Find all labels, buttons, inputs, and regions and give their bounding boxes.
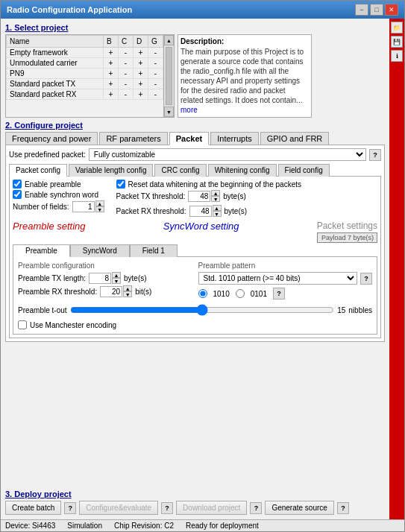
project-table-inner: Name B C D G Empty framework+-+-Unmodula… [6, 35, 163, 117]
predefined-select[interactable]: Fully customizable [89, 148, 366, 161]
packet-tab-crc[interactable]: CRC config [154, 164, 206, 177]
tx-threshold-down[interactable]: ▼ [211, 196, 220, 202]
manchester-label: Use Manchester encoding [30, 321, 116, 329]
col-b-header: B [104, 36, 119, 48]
maximize-button[interactable]: □ [370, 4, 383, 16]
generate-source-btn[interactable]: Generate source [265, 501, 334, 515]
configure-evaluate-help[interactable]: ? [161, 502, 173, 514]
row-col: - [119, 48, 134, 58]
rx-threshold-input[interactable] [189, 206, 212, 217]
table-scrollbar[interactable]: ▲ ▼ [163, 35, 174, 117]
radio-0101[interactable] [236, 289, 245, 298]
folder-btn[interactable]: 📁 [391, 22, 403, 34]
table-row[interactable]: PN9+-+- [7, 69, 163, 79]
preamble-tx-down[interactable]: ▼ [112, 278, 121, 284]
project-table: Name B C D G Empty framework+-+-Unmodula… [6, 35, 163, 100]
row-col: + [134, 58, 148, 69]
preamble-rx-threshold-spinner: ▲ ▼ [100, 285, 132, 297]
preamble-pattern-help[interactable]: ? [360, 273, 372, 285]
tx-threshold-up[interactable]: ▲ [211, 190, 220, 196]
col-d-header: D [134, 36, 148, 48]
rx-threshold-up[interactable]: ▲ [213, 205, 222, 211]
row-col: - [119, 69, 134, 79]
tab-gpio-frr[interactable]: GPIO and FRR [260, 132, 330, 145]
pattern-radio-help[interactable]: ? [273, 288, 285, 300]
num-fields-down[interactable]: ▼ [95, 206, 104, 212]
preamble-tx-length-input[interactable] [89, 273, 111, 284]
inner-tab-syncword[interactable]: SyncWord [70, 244, 130, 257]
inner-tabs: Preamble SyncWord Field 1 [13, 244, 377, 257]
save-btn[interactable]: 💾 [391, 36, 403, 48]
tab-interrupts[interactable]: Interrupts [210, 132, 258, 145]
content-area: 1. Select project Name B C D [1, 19, 404, 519]
preamble-tout-slider[interactable] [70, 305, 335, 314]
info-btn[interactable]: ℹ [391, 50, 403, 62]
section3-header: 3. Deploy project [5, 490, 385, 498]
packet-tab-config[interactable]: Packet config [9, 164, 67, 177]
num-fields-up[interactable]: ▲ [95, 200, 104, 206]
table-row[interactable]: Standard packet RX+-+- [7, 89, 163, 100]
col-g-header: G [148, 36, 163, 48]
rx-threshold-unit: byte(s) [225, 207, 248, 215]
tx-threshold-input[interactable] [188, 191, 210, 202]
row-name: PN9 [7, 69, 104, 79]
scroll-down-btn[interactable]: ▼ [164, 107, 174, 117]
table-row[interactable]: Empty framework+-+- [7, 48, 163, 58]
tab-rf-parameters[interactable]: RF parameters [99, 132, 167, 145]
create-batch-help[interactable]: ? [64, 502, 76, 514]
download-project-btn[interactable]: Download project [176, 501, 247, 515]
more-link[interactable]: more [180, 106, 198, 114]
inner-tab-preamble[interactable]: Preamble [13, 244, 70, 257]
tab-frequency-power[interactable]: Frequency and power [5, 132, 98, 145]
packet-tab-whitening[interactable]: Whitening config [208, 164, 277, 177]
preamble-pattern-select[interactable]: Std. 1010 pattern (>= 40 bits) [198, 272, 358, 285]
scroll-up-btn[interactable]: ▲ [164, 35, 174, 45]
num-fields-input[interactable] [72, 201, 95, 212]
preamble-tx-up[interactable]: ▲ [112, 272, 121, 278]
preamble-rx-threshold-input[interactable] [100, 286, 122, 297]
row-col: - [148, 69, 163, 79]
preamble-tout-unit: nibbles [348, 306, 372, 314]
download-project-help[interactable]: ? [250, 502, 262, 514]
manchester-row: Use Manchester encoding [18, 320, 372, 329]
preamble-rx-down[interactable]: ▼ [123, 291, 132, 297]
manchester-checkbox[interactable] [18, 320, 27, 329]
enable-syncword-row: Enable synchron word [13, 190, 104, 199]
rx-threshold-row: Packet RX threshold: ▲ ▼ byte(s) [116, 205, 377, 217]
row-col: - [148, 79, 163, 89]
enable-syncword-checkbox[interactable] [13, 190, 22, 199]
predefined-help-btn[interactable]: ? [369, 149, 381, 161]
row-col: + [134, 79, 148, 89]
packet-tab-variable[interactable]: Variable length config [69, 164, 153, 177]
minimize-button[interactable]: − [355, 4, 368, 16]
section1: 1. Select project Name B C D [5, 23, 385, 118]
radio-1010[interactable] [198, 289, 207, 298]
row-name: Unmodulated carrier [7, 58, 104, 69]
preamble-pattern-label: Preamble pattern [198, 262, 373, 270]
main-window: Radio Configuration Application − □ ✕ 1.… [0, 0, 405, 532]
tab-packet[interactable]: Packet [169, 132, 209, 145]
num-fields-spinbtns: ▲ ▼ [95, 200, 104, 212]
enable-preamble-checkbox[interactable] [13, 180, 22, 189]
rx-threshold-down[interactable]: ▼ [213, 211, 222, 217]
scroll-thumb[interactable] [166, 47, 172, 105]
preamble-rx-up[interactable]: ▲ [123, 285, 132, 291]
table-row[interactable]: Standard packet TX+-+- [7, 79, 163, 89]
close-button[interactable]: ✕ [385, 4, 398, 16]
preamble-tout-label: Preamble t-out [18, 306, 67, 314]
predefined-row: Use predefined packet: Fully customizabl… [9, 148, 381, 161]
description-body: The main purpose of this Project is to g… [180, 48, 304, 104]
configure-evaluate-btn[interactable]: Configure&evaluate [79, 501, 158, 515]
row-name: Standard packet RX [7, 89, 104, 100]
generate-source-help[interactable]: ? [337, 502, 349, 514]
rx-threshold-spinner: ▲ ▼ [189, 205, 222, 217]
inner-tab-field1[interactable]: Field 1 [130, 244, 178, 257]
create-batch-btn[interactable]: Create batch [5, 501, 61, 515]
preamble-tout-value: 15 [337, 306, 345, 314]
table-header-row: Name B C D G [7, 36, 163, 48]
packet-tab-field[interactable]: Field config [278, 164, 330, 177]
table-row[interactable]: Unmodulated carrier+-+- [7, 58, 163, 69]
reset-whitening-checkbox[interactable] [116, 180, 125, 189]
description-label: Description: [180, 37, 309, 45]
row-col: - [119, 89, 134, 100]
